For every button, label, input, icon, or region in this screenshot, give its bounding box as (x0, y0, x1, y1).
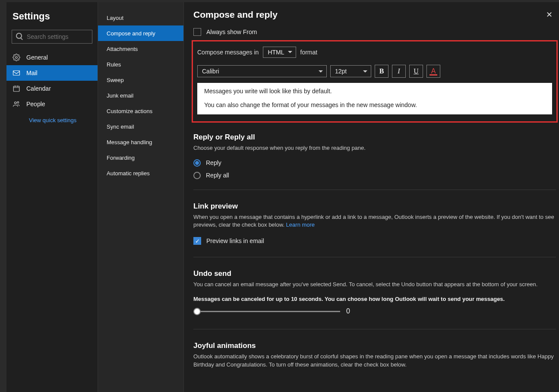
link-preview-title: Link preview (193, 198, 556, 213)
bold-button[interactable]: B (375, 65, 388, 78)
svg-rect-1 (13, 71, 20, 76)
preview-links-checkbox[interactable] (193, 237, 201, 245)
subnav-rules[interactable]: Rules (98, 57, 183, 72)
category-people[interactable]: People (6, 96, 98, 112)
search-input[interactable] (12, 30, 92, 44)
subnav-sweep[interactable]: Sweep (98, 72, 183, 88)
slider-knob[interactable] (193, 308, 201, 315)
search-icon (16, 33, 22, 39)
subnav-layout[interactable]: Layout (98, 10, 183, 25)
svg-point-4 (17, 101, 19, 103)
format-preview: Messages you write will look like this b… (197, 83, 552, 114)
mail-subnav: Layout Compose and reply Attachments Rul… (98, 2, 184, 392)
reply-section-desc: Choose your default response when you re… (193, 144, 556, 157)
svg-point-3 (15, 102, 17, 104)
divider (193, 257, 556, 257)
reply-radio[interactable] (193, 159, 201, 167)
italic-button[interactable]: I (392, 65, 406, 78)
compose-format-select[interactable]: HTML (263, 47, 296, 58)
joyful-title: Joyful animations (193, 337, 556, 353)
subnav-customize-actions[interactable]: Customize actions (98, 103, 183, 119)
undo-send-desc: You can cancel an email message after yo… (193, 281, 556, 293)
compose-format-post: format (300, 49, 318, 56)
subnav-compose-and-reply[interactable]: Compose and reply (98, 25, 183, 41)
subnav-message-handling[interactable]: Message handling (98, 134, 183, 150)
content-pane: Compose and reply ✕ Always show From Com… (184, 2, 559, 392)
category-general[interactable]: General (6, 50, 98, 65)
settings-pane: Settings General Mail Cal (6, 2, 98, 392)
reply-radio-label: Reply (206, 159, 221, 166)
settings-search[interactable] (12, 30, 92, 44)
subnav-junk-email[interactable]: Junk email (98, 88, 183, 103)
people-icon (13, 100, 20, 108)
preview-line1: Messages you write will look like this b… (204, 86, 545, 96)
link-preview-desc: When you open a message that contains a … (193, 213, 556, 234)
divider (193, 329, 556, 329)
view-quick-settings-link[interactable]: View quick settings (6, 112, 98, 123)
always-show-from-checkbox[interactable] (193, 28, 201, 36)
category-mail[interactable]: Mail (6, 65, 98, 81)
close-button[interactable]: ✕ (543, 8, 556, 21)
always-show-from-label: Always show From (206, 28, 257, 35)
reply-all-radio-label: Reply all (206, 172, 229, 179)
compose-format-pre: Compose messages in (197, 49, 259, 56)
preview-line2: You can also change the format of your m… (204, 100, 545, 110)
page-title: Compose and reply (193, 9, 278, 20)
reply-all-radio[interactable] (193, 172, 201, 179)
learn-more-link[interactable]: Learn more (286, 221, 315, 228)
undo-send-slider[interactable] (193, 311, 340, 312)
always-show-from-row: Always show From (193, 25, 556, 40)
font-size-select[interactable]: 12pt (330, 65, 371, 77)
font-color-button[interactable]: A (426, 65, 440, 78)
compose-format-highlight: Compose messages in HTML format Calibri … (192, 40, 558, 123)
category-label: Calendar (26, 85, 51, 92)
mail-icon (13, 69, 20, 77)
category-label: People (26, 101, 45, 107)
subnav-forwarding[interactable]: Forwarding (98, 150, 183, 165)
undo-send-value: 0 (346, 307, 350, 315)
gear-icon (13, 54, 20, 61)
calendar-icon (13, 85, 20, 92)
settings-title: Settings (6, 6, 98, 30)
undo-send-title: Undo send (193, 265, 556, 281)
divider (193, 190, 556, 190)
category-calendar[interactable]: Calendar (6, 81, 98, 96)
subnav-sync-email[interactable]: Sync email (98, 119, 183, 134)
font-name-select[interactable]: Calibri (197, 65, 327, 77)
category-label: Mail (26, 70, 38, 76)
joyful-desc: Outlook automatically shows a celebrator… (193, 353, 556, 373)
category-label: General (26, 54, 48, 61)
svg-rect-2 (13, 86, 19, 92)
undo-send-note: Messages can be canceled for up to 10 se… (193, 293, 556, 305)
subnav-attachments[interactable]: Attachments (98, 41, 183, 57)
reply-section-title: Reply or Reply all (193, 129, 556, 144)
svg-point-0 (16, 57, 18, 59)
preview-links-label: Preview links in email (206, 237, 264, 244)
subnav-automatic-replies[interactable]: Automatic replies (98, 165, 183, 181)
underline-button[interactable]: U (409, 65, 423, 78)
